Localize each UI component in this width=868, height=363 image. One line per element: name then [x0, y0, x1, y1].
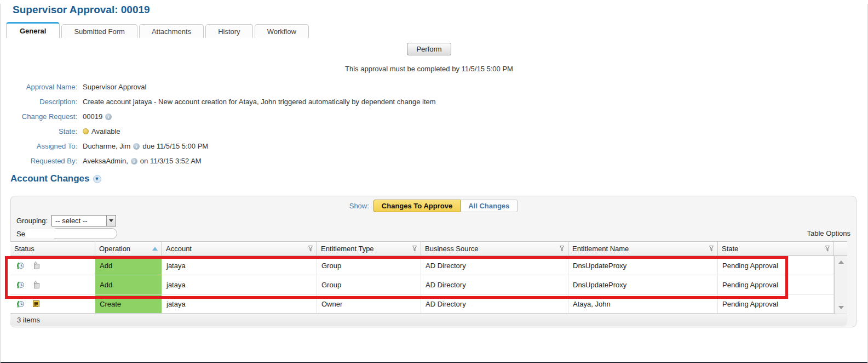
entitlement-name-cell: DnsUpdateProxy	[568, 256, 718, 275]
table-vertical-scrollbar[interactable]	[834, 256, 847, 314]
show-filter-bar: Show: Changes To Approve All Changes	[11, 200, 856, 212]
all-changes-button[interactable]: All Changes	[461, 200, 518, 212]
column-filter-icon[interactable]	[709, 246, 714, 252]
search-input[interactable]	[25, 229, 114, 238]
account-cell: jataya	[162, 256, 317, 275]
account-changes-section-header: Account Changes ▼	[10, 173, 867, 184]
perform-button[interactable]: Perform	[407, 43, 451, 55]
account-cell: jataya	[162, 294, 317, 313]
account-changes-panel: Show: Changes To Approve All Changes Gro…	[10, 196, 856, 327]
business-source-cell: AD Directory	[421, 256, 568, 275]
section-title: Account Changes	[10, 173, 90, 184]
field-change-request: Change Request: 00019 i	[1, 109, 867, 124]
select-dropdown-arrow-icon[interactable]	[106, 215, 116, 226]
status-cell	[10, 294, 95, 313]
column-filter-icon[interactable]	[412, 246, 417, 252]
pending-clock-icon	[16, 299, 25, 309]
entitlement-type-cell: Owner	[317, 294, 421, 313]
tab-general[interactable]: General	[6, 22, 60, 38]
search-control: Search:	[16, 228, 117, 239]
entitlement-name-cell: DnsUpdateProxy	[568, 275, 718, 294]
scroll-up-arrow-icon[interactable]	[835, 258, 847, 266]
status-cell	[10, 256, 95, 275]
table-row[interactable]: Add jataya Group AD Directory DnsUpdateP…	[10, 275, 847, 294]
field-requested-by: Requested By: AveksaAdmin, i on 11/3/15 …	[1, 154, 867, 168]
column-header-operation[interactable]: Operation	[95, 242, 162, 256]
pending-clock-icon	[16, 261, 25, 270]
table-body: Add jataya Group AD Directory DnsUpdateP…	[10, 256, 847, 314]
column-header-status[interactable]: Status	[10, 242, 95, 256]
scrollbar-header-stub	[834, 242, 847, 256]
column-filter-icon[interactable]	[825, 246, 830, 252]
sort-ascending-icon	[152, 247, 158, 251]
column-header-entitlement-type[interactable]: Entitlement Type	[317, 242, 421, 256]
column-header-account[interactable]: Account	[162, 242, 317, 256]
entitlement-type-cell: Group	[317, 275, 421, 294]
table-options-link[interactable]: Table Options	[807, 229, 851, 237]
column-filter-icon[interactable]	[560, 246, 564, 252]
grouping-select[interactable]: -- select --	[51, 215, 116, 226]
entitlement-name-cell: Ataya, John	[568, 294, 718, 313]
business-source-cell: AD Directory	[421, 294, 568, 313]
new-entitlement-icon	[32, 261, 41, 270]
field-state: State: Available	[1, 124, 867, 139]
operation-cell: Create	[95, 294, 162, 313]
operation-cell: Add	[95, 275, 162, 294]
table-row[interactable]: Add jataya Group AD Directory DnsUpdateP…	[10, 256, 847, 275]
account-cell: jataya	[162, 275, 317, 294]
info-icon[interactable]: i	[131, 158, 137, 165]
collapse-chevron-icon[interactable]: ▼	[93, 175, 101, 183]
tab-workflow[interactable]: Workflow	[255, 24, 309, 38]
state-cell: Pending Approval	[718, 256, 834, 275]
tab-history[interactable]: History	[205, 24, 252, 38]
operation-cell: Add	[95, 256, 162, 275]
business-source-cell: AD Directory	[421, 275, 568, 294]
tab-bar: General Submitted Form Attachments Histo…	[6, 22, 867, 38]
state-available-dot-icon	[83, 128, 89, 134]
approval-detail-fields: Approval Name: Supervisor Approval Descr…	[1, 80, 867, 168]
grouping-control: Grouping: -- select --	[16, 215, 116, 226]
approval-page: Supervisor Approval: 00019 General Submi…	[0, 4, 868, 363]
status-cell	[10, 275, 95, 294]
table-header-row: Status Operation Account Entitlement Typ…	[10, 241, 847, 256]
state-cell: Pending Approval	[718, 294, 834, 313]
grouping-label: Grouping:	[16, 217, 48, 225]
deadline-notice: This approval must be completed by 11/5/…	[1, 65, 858, 73]
scroll-down-arrow-icon[interactable]	[835, 303, 847, 312]
account-changes-table: Status Operation Account Entitlement Typ…	[10, 241, 847, 326]
column-header-business-source[interactable]: Business Source	[421, 242, 568, 256]
table-footer: 3 items	[10, 314, 847, 326]
entitlement-type-cell: Group	[317, 256, 421, 275]
field-approval-name: Approval Name: Supervisor Approval	[1, 80, 867, 94]
column-filter-icon[interactable]	[308, 246, 313, 252]
tab-submitted-form[interactable]: Submitted Form	[61, 24, 137, 38]
search-box	[51, 228, 117, 239]
column-header-state[interactable]: State	[718, 242, 834, 256]
column-header-entitlement-name[interactable]: Entitlement Name	[568, 242, 718, 256]
new-entitlement-icon	[32, 280, 41, 289]
state-cell: Pending Approval	[718, 275, 834, 294]
show-label: Show:	[349, 202, 369, 210]
tab-attachments[interactable]: Attachments	[139, 24, 204, 38]
pending-clock-icon	[16, 280, 25, 290]
info-icon[interactable]: i	[105, 114, 112, 120]
field-description: Description: Create account jataya - New…	[1, 94, 867, 109]
field-assigned-to: Assigned To: Ducharme, Jim i due 11/5/15…	[1, 139, 867, 154]
page-title: Supervisor Approval: 00019	[13, 4, 867, 16]
account-form-icon	[32, 299, 41, 308]
info-icon[interactable]: i	[133, 143, 140, 150]
changes-to-approve-button[interactable]: Changes To Approve	[373, 200, 461, 212]
table-row[interactable]: Create jataya Owner AD Directory Ataya, …	[10, 294, 847, 314]
item-count: 3 items	[17, 316, 40, 324]
